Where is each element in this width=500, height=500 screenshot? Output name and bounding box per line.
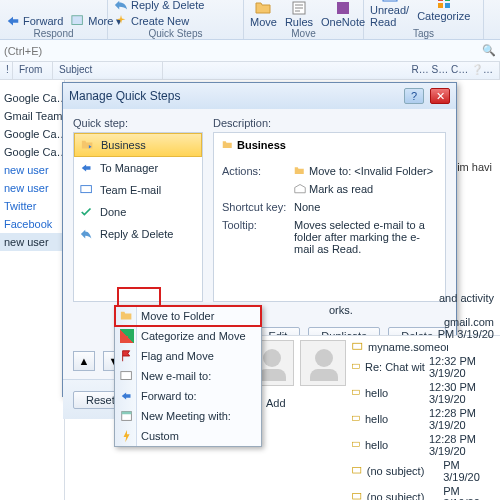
mi-forward-to[interactable]: Forward to:	[115, 386, 261, 406]
column-headers: ! From Subject R… S… C… ❔…	[0, 62, 500, 80]
dialog-titlebar[interactable]: Manage Quick Steps ? ✕	[63, 83, 456, 109]
category-icon	[120, 329, 134, 343]
description-box: Business Actions:Move to: <Invalid Folde…	[213, 132, 446, 302]
list-item[interactable]: Google Ca…	[0, 125, 64, 143]
quickstep-list[interactable]: Business To Manager Team E-mail Done Rep…	[73, 132, 203, 302]
mi-new-email[interactable]: New e-mail to:	[115, 366, 261, 386]
message-list[interactable]: Google Ca… Gmail Team Google Ca… Google …	[0, 80, 65, 500]
mail-icon	[352, 387, 361, 399]
folder-move-icon	[222, 139, 234, 151]
svg-rect-0	[72, 16, 83, 25]
subject-col[interactable]: Subject	[53, 62, 163, 79]
avatar[interactable]	[300, 340, 346, 386]
sparkle-icon	[114, 14, 128, 28]
onenote-button[interactable]: OneNote	[321, 0, 365, 28]
mail-icon	[120, 369, 134, 383]
flag-icon	[120, 349, 134, 363]
forward-button[interactable]: Forward	[6, 14, 63, 28]
list-item[interactable]: Gmail Team	[0, 107, 64, 125]
svg-rect-7	[445, 3, 450, 8]
mi-custom[interactable]: Custom	[115, 426, 261, 446]
qs-item-done[interactable]: Done	[74, 201, 202, 223]
activity-list: myname.someone@gmail.co Re: Chat with12:…	[352, 340, 494, 500]
category-icon	[436, 0, 452, 10]
list-item[interactable]: Twitter	[0, 197, 64, 215]
dialog-title: Manage Quick Steps	[69, 89, 180, 103]
rules-icon	[291, 0, 307, 16]
help-button[interactable]: ?	[404, 88, 424, 104]
svg-rect-15	[353, 416, 360, 420]
ribbon: Forward More ▾ Respond Reply & Delete Cr…	[0, 0, 500, 40]
people-pane: and activity orks. gmail.com PM 3/19/20 …	[242, 335, 500, 500]
quickstep-label: Quick step:	[73, 117, 203, 129]
group-quicksteps: Quick Steps	[108, 28, 243, 39]
svg-rect-13	[353, 364, 360, 368]
activity-row[interactable]: hello12:28 PM 3/19/20	[352, 406, 494, 432]
qs-item-tomanager[interactable]: To Manager	[74, 157, 202, 179]
check-icon	[80, 205, 94, 219]
mail-icon	[352, 361, 361, 373]
mi-flag-move[interactable]: Flag and Move	[115, 346, 261, 366]
activity-row[interactable]: (no subject)PM 3/19/20	[352, 458, 494, 484]
forward-icon	[80, 161, 94, 175]
search-input[interactable]	[4, 45, 142, 57]
list-item[interactable]: Google Ca…	[0, 89, 64, 107]
reply-delete-button[interactable]: Reply & Delete	[114, 0, 204, 12]
svg-rect-5	[445, 0, 450, 1]
close-button[interactable]: ✕	[430, 88, 450, 104]
search-bar: 🔍	[0, 40, 500, 62]
mail-icon	[352, 465, 363, 477]
mi-move-to-folder[interactable]: Move to Folder	[115, 306, 261, 326]
qs-item-team[interactable]: Team E-mail	[74, 179, 202, 201]
list-item[interactable]: new user	[0, 179, 64, 197]
list-item-selected[interactable]: new user	[0, 233, 64, 251]
svg-rect-3	[383, 0, 397, 1]
create-new-button[interactable]: Create New	[114, 14, 189, 28]
more-icon	[71, 14, 85, 28]
svg-rect-6	[438, 3, 443, 8]
unread-button[interactable]: Unread/ Read	[370, 0, 409, 28]
mi-new-meeting[interactable]: New Meeting with:	[115, 406, 261, 426]
qs-item-replydelete[interactable]: Reply & Delete	[74, 223, 202, 245]
mail-icon	[352, 491, 363, 500]
group-respond: Respond	[0, 28, 107, 39]
group-move: Move	[244, 28, 363, 39]
flag-col[interactable]: !	[0, 62, 13, 79]
svg-rect-18	[353, 494, 361, 499]
mail-icon	[352, 341, 364, 353]
folder-icon	[294, 165, 306, 177]
list-item[interactable]: new user	[0, 161, 64, 179]
folder-icon	[120, 309, 134, 323]
move-button[interactable]: Move	[250, 0, 277, 28]
activity-row[interactable]: hello12:30 PM 3/19/20	[352, 380, 494, 406]
rules-button[interactable]: Rules	[285, 0, 313, 28]
mail-open-icon	[294, 183, 306, 195]
flags-cols[interactable]: R… S… C… ❔…	[163, 62, 500, 79]
activity-row[interactable]: hello12:28 PM 3/19/20	[352, 432, 494, 458]
lightning-icon	[120, 429, 134, 443]
activity-row[interactable]: Re: Chat with12:32 PM 3/19/20	[352, 354, 494, 380]
qs-item-business[interactable]: Business	[74, 133, 202, 157]
mi-categorize-move[interactable]: Categorize and Move	[115, 326, 261, 346]
list-item[interactable]: Facebook	[0, 215, 64, 233]
from-col[interactable]: From	[13, 62, 53, 79]
pane-hint: and activity orks. gmail.com PM 3/19/20	[329, 292, 494, 340]
svg-rect-2	[337, 2, 349, 14]
mail-icon	[352, 439, 361, 451]
svg-rect-9	[121, 372, 132, 380]
svg-rect-4	[438, 0, 443, 1]
forward-icon	[120, 389, 134, 403]
activity-row[interactable]: (no subject)PM 3/19/20	[352, 484, 494, 500]
svg-rect-11	[122, 412, 132, 415]
calendar-icon	[120, 409, 134, 423]
folder-icon	[255, 0, 271, 16]
list-item[interactable]: Google Ca…	[0, 143, 64, 161]
onenote-icon	[335, 0, 351, 16]
new-menu: Move to Folder Categorize and Move Flag …	[114, 305, 262, 447]
activity-row[interactable]: myname.someone@gmail.co	[352, 340, 494, 354]
categorize-button[interactable]: Categorize	[417, 0, 470, 22]
svg-rect-14	[353, 390, 360, 394]
move-up-button[interactable]: ▲	[73, 351, 95, 371]
reply-icon	[114, 0, 128, 12]
desc-name: Business	[237, 139, 286, 151]
